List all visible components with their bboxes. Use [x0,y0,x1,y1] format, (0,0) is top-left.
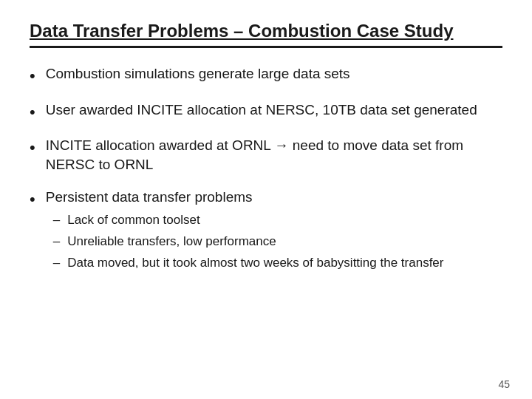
bullet-dot-3: • [30,137,35,159]
bullet-text-2: User awarded INCITE allocation at NERSC,… [46,100,502,120]
bullet-text-1: Combustion simulations generate large da… [46,64,502,83]
bullet-text-3: INCITE allocation awarded at ORNL → need… [46,136,502,174]
slide-title: Data Transfer Problems – Combustion Case… [30,21,502,48]
sub-item-1: – Lack of common toolset [53,212,502,229]
sub-text-1: Lack of common toolset [67,212,200,229]
bullet-dot-2: • [30,101,35,123]
bullet-list: • Combustion simulations generate large … [30,64,502,384]
sub-dash-1: – [53,212,60,229]
bullet-text-4: Persistent data transfer problems – Lack… [46,188,502,276]
sub-dash-3: – [53,255,60,272]
sub-list: – Lack of common toolset – Unreliable tr… [53,212,502,272]
bullet-4-main-text: Persistent data transfer problems [46,189,253,205]
sub-dash-2: – [53,233,60,250]
bullet-item-3: • INCITE allocation awarded at ORNL → ne… [30,136,502,174]
bullet-item-2: • User awarded INCITE allocation at NERS… [30,100,502,123]
bullet-item-1: • Combustion simulations generate large … [30,64,502,87]
sub-text-3: Data moved, but it took almost two weeks… [67,255,443,272]
bullet-dot-4: • [30,188,35,211]
slide-container: Data Transfer Problems – Combustion Case… [0,0,532,399]
bullet-item-4: • Persistent data transfer problems – La… [30,188,502,276]
bullet-dot-1: • [30,65,35,87]
sub-item-2: – Unreliable transfers, low performance [53,233,502,250]
slide-number: 45 [498,378,510,390]
sub-item-3: – Data moved, but it took almost two wee… [53,255,502,272]
sub-text-2: Unreliable transfers, low performance [67,233,276,250]
